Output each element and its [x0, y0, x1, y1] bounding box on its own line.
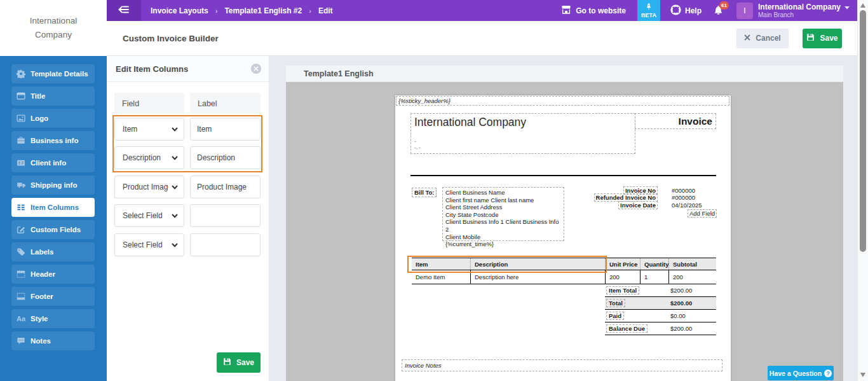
breadcrumb: Invoice Layouts › Template1 English #2 ›…: [151, 6, 333, 15]
avatar-initial: I: [743, 6, 745, 15]
sidebar-item-header[interactable]: Header: [11, 265, 95, 284]
cancel-label: Cancel: [756, 34, 780, 43]
paid-label[interactable]: Paid: [606, 312, 624, 320]
cell-unit-price: 200: [605, 270, 640, 284]
field-select-5[interactable]: Select Field: [114, 233, 184, 256]
page-title: Custom Invoice Builder: [123, 34, 219, 43]
sidebar-item-custom-fields[interactable]: Custom Fields: [11, 220, 95, 239]
account-avatar[interactable]: I: [736, 3, 753, 19]
sidebar-item-footer[interactable]: Footer: [11, 287, 95, 306]
table-header-icon: [11, 270, 31, 279]
total-row-total: Total $200.00: [605, 297, 716, 310]
total-value: $200.00: [670, 300, 692, 307]
field-select-description[interactable]: Description: [114, 146, 184, 169]
notifications-button[interactable]: 61: [713, 4, 724, 18]
sidebar-item-label: Style: [31, 315, 48, 322]
item-column-row: Item: [114, 118, 261, 141]
invoice-company-name: International Company: [414, 116, 632, 129]
breadcrumb-template[interactable]: Template1 English #2: [224, 6, 302, 15]
invoice-date-label[interactable]: Invoice Date: [618, 201, 658, 209]
company-address-line: -: [414, 138, 416, 144]
scroll-down-arrow-icon[interactable]: [860, 373, 865, 377]
have-a-question-button[interactable]: Have a Question ?: [768, 366, 834, 380]
company-name-line1: International: [30, 14, 77, 28]
business-info-block[interactable]: International Company - -, -: [410, 113, 635, 154]
edit-icon: [11, 225, 31, 234]
beta-badge[interactable]: BETA: [637, 0, 660, 21]
company-address-line: -, -: [414, 144, 421, 150]
sidebar-item-item-columns[interactable]: Item Columns: [11, 198, 95, 217]
title-card-icon: [11, 92, 31, 100]
col-header-subtotal: Subtotal: [668, 258, 716, 270]
label-column-header: Label: [190, 93, 261, 114]
add-field-button[interactable]: Add Field: [688, 209, 717, 218]
comment-icon: [11, 336, 31, 345]
sidebar-item-template-details[interactable]: Template Details: [11, 64, 95, 83]
bill-to-label[interactable]: Bill To:: [412, 188, 437, 197]
go-to-website-link[interactable]: Go to website: [561, 5, 626, 16]
breadcrumb-invoice-layouts[interactable]: Invoice Layouts: [151, 6, 208, 15]
invoice-meta-block: Invoice No #000000 Refunded Invoice No #…: [541, 187, 716, 209]
panel-save-button[interactable]: Save: [217, 352, 261, 373]
sidebar-item-label: Template Details: [31, 70, 88, 78]
balance-due-value: $200.00: [670, 325, 692, 332]
sidebar-item-style[interactable]: Aa Style: [11, 309, 95, 328]
sticky-header-placeholder[interactable]: {%sticky_header%}: [396, 96, 729, 106]
sidebar-item-label: Shipping info: [31, 181, 77, 189]
invoice-title-block[interactable]: Invoice: [635, 113, 716, 129]
label-input-product-image[interactable]: [190, 176, 261, 198]
field-select-product-image[interactable]: Product Image: [114, 176, 184, 198]
label-input-description[interactable]: [190, 146, 261, 169]
collapse-sidebar-button[interactable]: [107, 0, 141, 21]
item-total-label[interactable]: Item Total: [606, 286, 639, 294]
breadcrumb-edit[interactable]: Edit: [318, 6, 333, 15]
rocket-icon: [645, 3, 653, 12]
sidebar-item-title[interactable]: Title: [11, 87, 95, 106]
field-select-4[interactable]: Select Field: [114, 204, 184, 227]
item-column-row: Product Image: [114, 176, 261, 198]
help-label: Help: [685, 6, 702, 15]
field-select-item[interactable]: Item: [114, 118, 184, 141]
sidebar-item-labels[interactable]: Labels: [11, 242, 95, 261]
total-row-item-total: Item Total $200.00: [605, 284, 716, 297]
account-menu[interactable]: International Company Main Branch: [758, 3, 850, 18]
sidebar-item-label: Notes: [31, 337, 51, 345]
help-button[interactable]: Help: [670, 4, 702, 17]
col-header-description: Description: [470, 258, 605, 270]
floppy-icon: [806, 33, 815, 43]
panel-close-button[interactable]: [251, 64, 261, 74]
client-line: City State Postcode: [445, 211, 561, 219]
save-button[interactable]: Save: [803, 29, 842, 48]
sidebar-item-shipping-info[interactable]: Shipping info: [11, 176, 95, 195]
items-table-header-row[interactable]: Item Description Unit Price Quantity Sub…: [412, 258, 716, 270]
balance-due-label[interactable]: Balance Due: [606, 324, 648, 333]
chevron-down-icon: [172, 127, 178, 132]
scrollbar-thumb[interactable]: [860, 10, 866, 252]
sidebar-item-business-info[interactable]: Business info: [11, 131, 95, 150]
total-row-paid: Paid $0.00: [605, 310, 716, 322]
paid-value: $0.00: [670, 312, 686, 319]
invoice-notes-block[interactable]: Invoice Notes: [402, 359, 722, 371]
sidebar-item-label: Header: [31, 270, 55, 278]
sidebar-item-label: Item Columns: [31, 204, 79, 211]
scroll-up-arrow-icon[interactable]: [860, 3, 865, 8]
label-input-5[interactable]: [190, 233, 261, 256]
label-input-item[interactable]: [190, 118, 261, 141]
company-logo-block: International Company: [0, 0, 107, 56]
account-name: International Company: [758, 3, 841, 11]
cancel-button[interactable]: Cancel: [736, 29, 789, 48]
item-column-row: Select Field: [114, 233, 261, 256]
field-select-value: Description: [123, 153, 161, 162]
total-label[interactable]: Total: [606, 299, 625, 307]
invoice-preview-panel: Template1 English {%sticky_header%} Inte…: [286, 66, 843, 381]
sidebar-item-logo[interactable]: Logo: [11, 109, 95, 128]
sidebar-item-client-info[interactable]: Client info: [11, 153, 95, 172]
have-a-question-label: Have a Question: [770, 370, 822, 377]
sidebar-item-notes[interactable]: Notes: [11, 331, 95, 350]
page-scrollbar[interactable]: [857, 0, 868, 381]
total-row-balance-due: Balance Due $200.00: [605, 322, 716, 335]
question-mark-icon: ?: [824, 370, 832, 377]
label-input-4[interactable]: [190, 204, 261, 227]
invoice-totals-block: Item Total $200.00 Total $200.00 Paid $0…: [605, 284, 716, 335]
action-bar: Custom Invoice Builder Cancel Save: [107, 21, 857, 56]
